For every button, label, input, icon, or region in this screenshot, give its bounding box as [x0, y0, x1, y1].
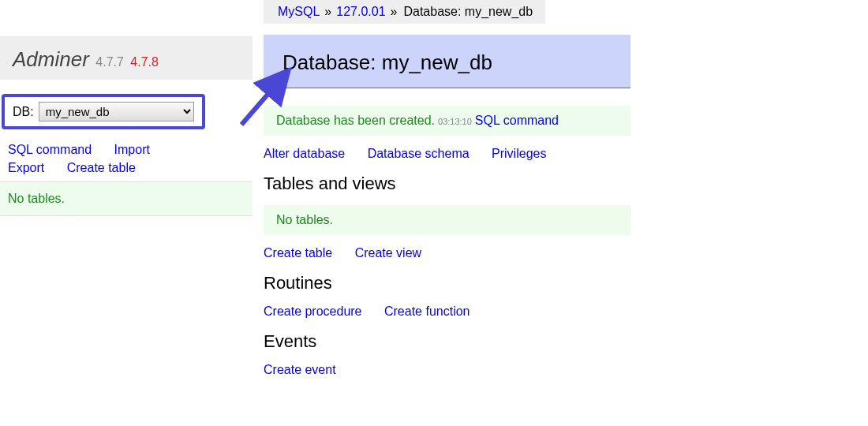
tables-no-tables: No tables. [264, 205, 630, 235]
events-heading: Events [264, 331, 630, 352]
db-selector-box: DB: my_new_db [2, 94, 205, 129]
breadcrumb-driver[interactable]: MySQL [278, 5, 320, 19]
create-view-link[interactable]: Create view [355, 246, 421, 260]
import-link[interactable]: Import [114, 140, 150, 159]
sidebar: Adminer 4.7.7 4.7.8 DB: my_new_db SQL co… [0, 36, 253, 216]
create-table-link[interactable]: Create table [264, 246, 332, 260]
page-title: Database: my_new_db [264, 35, 630, 88]
breadcrumb-current: Database: my_new_db [403, 5, 533, 19]
success-timestamp: 03:13:10 [438, 117, 472, 126]
event-actions: Create event [264, 363, 630, 377]
create-function-link[interactable]: Create function [384, 305, 470, 319]
database-schema-link[interactable]: Database schema [368, 147, 470, 161]
db-select[interactable]: my_new_db [39, 102, 194, 121]
breadcrumb-sep: » [391, 5, 398, 19]
table-actions: Create table Create view [264, 246, 630, 260]
create-procedure-link[interactable]: Create procedure [264, 305, 362, 319]
sidebar-links: SQL command Import Export Create table [0, 123, 253, 182]
logo-version: 4.7.7 [95, 55, 124, 69]
logo-box: Adminer 4.7.7 4.7.8 [0, 36, 253, 80]
routines-heading: Routines [264, 273, 630, 293]
success-text: Database has been created. [276, 114, 435, 128]
routine-actions: Create procedure Create function [264, 305, 630, 319]
alter-database-link[interactable]: Alter database [264, 147, 345, 161]
logo-name: Adminer [13, 47, 89, 71]
privileges-link[interactable]: Privileges [492, 147, 546, 161]
sidebar-no-tables: No tables. [0, 182, 253, 216]
create-event-link[interactable]: Create event [264, 363, 336, 377]
db-label: DB: [13, 105, 34, 119]
breadcrumb-server[interactable]: 127.0.01 [336, 5, 385, 19]
logo-new-version[interactable]: 4.7.8 [130, 55, 159, 69]
content: Database has been created. 03:13:10 SQL … [264, 88, 630, 377]
db-actions: Alter database Database schema Privilege… [264, 147, 630, 161]
success-sql-link[interactable]: SQL command [475, 114, 559, 128]
main: Database: my_new_db Database has been cr… [264, 35, 630, 390]
breadcrumb: MySQL » 127.0.01 » Database: my_new_db [264, 0, 545, 24]
create-table-link[interactable]: Create table [67, 159, 136, 177]
export-link[interactable]: Export [8, 159, 44, 177]
breadcrumb-sep: » [324, 5, 331, 19]
sql-command-link[interactable]: SQL command [8, 140, 92, 159]
tables-heading: Tables and views [264, 174, 630, 194]
success-message: Database has been created. 03:13:10 SQL … [264, 106, 630, 136]
